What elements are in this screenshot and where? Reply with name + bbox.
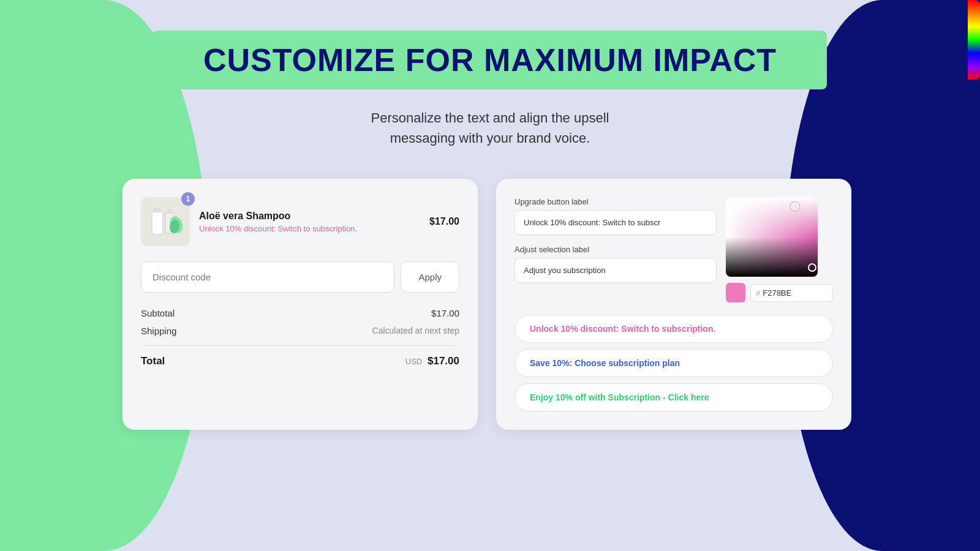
svg-rect-1 — [152, 211, 163, 234]
svg-rect-4 — [167, 209, 173, 214]
product-price: $17.00 — [429, 216, 459, 227]
hue-bar[interactable] — [968, 0, 980, 80]
product-image-wrapper: 1 — [141, 197, 190, 246]
product-row: 1 Aloë vera Shampoo Unlock 10% discount:… — [141, 197, 459, 246]
product-image — [141, 197, 190, 246]
product-upsell-text: Unlock 10% discount: Switch to subscript… — [199, 224, 420, 233]
shipping-line: Shipping Calculated at next step — [141, 326, 459, 336]
product-name: Aloë vera Shampoo — [199, 211, 420, 222]
form-fields: Upgrade button label Adjust selection la… — [514, 197, 717, 302]
adjust-selection-label-title: Adjust selection label — [514, 245, 717, 254]
product-svg-icon — [143, 199, 189, 245]
svg-rect-2 — [154, 208, 161, 212]
adjust-selection-label-group: Adjust selection label — [514, 245, 717, 283]
preview-buttons: Unlock 10% discount: Switch to subscript… — [514, 315, 833, 411]
color-hex-row: # — [726, 283, 833, 302]
color-handle-top[interactable] — [791, 202, 799, 211]
hue-bar-wrapper — [968, 0, 980, 80]
product-info: Aloë vera Shampoo Unlock 10% discount: S… — [199, 211, 420, 233]
preview-button-green[interactable]: Enjoy 10% off with Subscription - Click … — [514, 383, 833, 411]
checkout-card: 1 Aloë vera Shampoo Unlock 10% discount:… — [123, 179, 478, 430]
apply-discount-button[interactable]: Apply — [401, 261, 459, 293]
gradient-overlay — [726, 197, 818, 277]
form-section: Upgrade button label Adjust selection la… — [514, 197, 833, 302]
color-picker-area: # — [726, 197, 833, 302]
product-quantity-badge: 1 — [181, 192, 195, 206]
hash-symbol: # — [756, 288, 760, 298]
preview-button-pink[interactable]: Unlock 10% discount: Switch to subscript… — [514, 315, 833, 343]
order-divider — [141, 345, 459, 346]
subtotal-line: Subtotal $17.00 — [141, 308, 459, 318]
page-title: CUSTOMIZE FOR MAXIMUM IMPACT — [190, 42, 790, 78]
header-banner: CUSTOMIZE FOR MAXIMUM IMPACT — [153, 31, 827, 89]
upgrade-button-label-input[interactable] — [514, 210, 717, 235]
main-panels: 1 Aloë vera Shampoo Unlock 10% discount:… — [123, 179, 858, 430]
upgrade-button-label-title: Upgrade button label — [514, 197, 717, 206]
color-hex-input[interactable] — [763, 288, 805, 298]
preview-button-blue[interactable]: Save 10%: Choose subscription plan — [514, 349, 833, 377]
total-line: Total USD $17.00 — [141, 355, 459, 367]
discount-row: Apply — [141, 261, 459, 293]
discount-code-input[interactable] — [141, 261, 394, 293]
customize-card: Upgrade button label Adjust selection la… — [496, 179, 851, 430]
color-swatch[interactable] — [726, 283, 745, 302]
adjust-selection-label-input[interactable] — [514, 258, 717, 283]
upgrade-button-label-group: Upgrade button label — [514, 197, 717, 235]
color-hex-input-wrapper: # — [750, 284, 833, 302]
color-handle-bottom[interactable] — [808, 263, 816, 272]
page-subtitle: Personalize the text and align the upsel… — [371, 108, 609, 148]
color-gradient-picker[interactable] — [726, 197, 818, 277]
